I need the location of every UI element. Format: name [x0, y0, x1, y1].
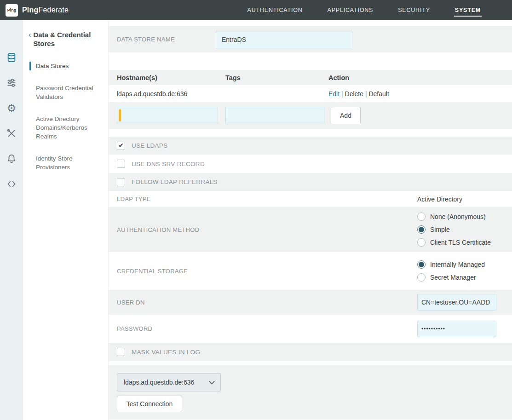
sidebar-item-password-credential-validators[interactable]: Password Credential Validators [29, 84, 108, 101]
use-dns-srv-label: USE DNS SRV RECORD [132, 161, 205, 167]
new-tags-input[interactable] [225, 107, 324, 124]
nav-applications[interactable]: APPLICATIONS [327, 4, 374, 17]
connection-select[interactable]: ldaps.ad.questdb.de:636 [117, 373, 221, 391]
ldap-type-row: LDAP TYPE Active Directory [109, 191, 512, 207]
use-ldaps-row: USE LDAPS [109, 137, 512, 155]
sidebar-item-ad-domains-kerberos[interactable]: Active Directory Domains/Kerberos Realms [29, 115, 108, 141]
credential-storage-label: CREDENTIAL STORAGE [117, 268, 417, 275]
action-separator: | [341, 90, 345, 98]
use-ldaps-checkbox[interactable] [117, 142, 125, 150]
auth-option-none[interactable]: None (Anonymous) [417, 213, 491, 221]
radio-internally-managed[interactable] [417, 260, 426, 269]
radio-secret-manager[interactable] [417, 273, 426, 282]
user-dn-label: USER DN [117, 299, 417, 306]
hostname-table-header: Hostname(s) Tags Action [109, 70, 512, 85]
use-ldaps-label: USE LDAPS [132, 142, 167, 149]
hostname-value: ldaps.ad.questdb.de:636 [117, 90, 225, 98]
authentication-method-label: AUTHENTICATION METHOD [117, 226, 417, 233]
radio-secret-manager-label: Secret Manager [430, 274, 476, 281]
connection-select-value: ldaps.ad.questdb.de:636 [124, 379, 210, 386]
follow-ldap-referrals-label: FOLLOW LDAP REFERRALS [132, 178, 218, 185]
icon-rail: ⚙ [0, 20, 23, 420]
col-action: Action [328, 74, 512, 81]
ldap-type-value: Active Directory [417, 196, 462, 203]
col-hostnames: Hostname(s) [117, 74, 225, 81]
main-content: DATA STORE NAME Hostname(s) Tags Action … [109, 20, 512, 420]
back-chevron-icon[interactable]: ‹ [29, 30, 31, 48]
top-navigation: AUTHENTICATION APPLICATIONS SECURITY SYS… [247, 4, 512, 17]
mask-values-label: MASK VALUES IN LOG [132, 349, 200, 356]
nav-system[interactable]: SYSTEM [454, 4, 482, 17]
topbar: Ping PingFederate AUTHENTICATION APPLICA… [0, 0, 512, 20]
cred-option-secret-manager[interactable]: Secret Manager [417, 273, 485, 282]
auth-option-client-tls[interactable]: Client TLS Certificate [417, 238, 491, 247]
radio-none-anonymous-label: None (Anonymous) [430, 213, 486, 220]
authentication-method-row: AUTHENTICATION METHOD None (Anonymous) S… [109, 207, 512, 252]
authentication-method-options: None (Anonymous) Simple Client TLS Certi… [417, 213, 491, 247]
database-icon[interactable] [6, 52, 17, 63]
edit-link[interactable]: Edit [328, 90, 339, 98]
password-label: PASSWORD [117, 325, 417, 332]
ldap-type-label: LDAP TYPE [117, 196, 417, 202]
add-hostname-row: Add [109, 102, 512, 129]
cred-option-internally-managed[interactable]: Internally Managed [417, 260, 485, 269]
sliders-icon[interactable] [6, 77, 17, 88]
radio-client-tls-label: Client TLS Certificate [430, 239, 491, 246]
radio-none-anonymous[interactable] [417, 213, 426, 221]
password-row: PASSWORD [109, 315, 512, 343]
sidebar-item-data-stores[interactable]: Data Stores [29, 62, 108, 70]
sidebar-item-identity-store-provisioners[interactable]: Identity Store Provisioners [29, 154, 108, 172]
radio-simple[interactable] [417, 225, 426, 234]
test-connection-button[interactable]: Test Connection [117, 396, 182, 412]
app-title: PingFederate [22, 6, 69, 14]
app-title-rest: Federate [38, 6, 69, 14]
sidebar-menu: Data Stores Password Credential Validato… [23, 62, 108, 172]
bell-icon[interactable] [6, 153, 17, 164]
gear-icon[interactable]: ⚙ [6, 103, 17, 114]
test-connection-section: ldaps.ad.questdb.de:636 Test Connection [109, 365, 512, 420]
code-icon[interactable] [6, 178, 17, 190]
radio-internally-managed-label: Internally Managed [430, 261, 485, 268]
data-store-name-row: DATA STORE NAME [109, 26, 512, 52]
delete-link[interactable]: Delete [345, 90, 363, 98]
sidebar: ‹ Data & Credential Stores Data Stores P… [23, 20, 109, 420]
radio-simple-label: Simple [430, 226, 450, 233]
password-input[interactable] [417, 321, 496, 337]
user-dn-input[interactable] [417, 294, 496, 311]
follow-ldap-referrals-row: FOLLOW LDAP REFERRALS [109, 173, 512, 191]
default-link[interactable]: Default [368, 90, 389, 98]
tools-icon[interactable] [6, 128, 17, 139]
credential-storage-options: Internally Managed Secret Manager [417, 260, 485, 282]
nav-security[interactable]: SECURITY [397, 4, 431, 17]
data-store-name-input[interactable] [216, 31, 352, 48]
mask-values-checkbox[interactable] [117, 348, 125, 356]
user-dn-row: USER DN [109, 290, 512, 315]
add-button[interactable]: Add [331, 107, 361, 124]
app-title-bold: Ping [22, 6, 38, 14]
auth-option-simple[interactable]: Simple [417, 225, 491, 234]
ping-logo-text: Ping [7, 8, 17, 12]
text-caret [119, 109, 121, 121]
chevron-down-icon [209, 379, 215, 385]
col-tags: Tags [225, 74, 328, 81]
use-dns-srv-row: USE DNS SRV RECORD [109, 155, 512, 173]
credential-storage-row: CREDENTIAL STORAGE Internally Managed Se… [109, 252, 512, 290]
sidebar-title: Data & Credential Stores [33, 30, 98, 48]
sidebar-header: ‹ Data & Credential Stores [23, 30, 108, 48]
ping-logo-icon: Ping [6, 4, 18, 17]
new-hostname-input[interactable] [117, 107, 218, 124]
use-dns-srv-checkbox[interactable] [117, 160, 125, 168]
data-store-name-label: DATA STORE NAME [117, 36, 216, 43]
table-row: ldaps.ad.questdb.de:636 Edit | Delete | … [109, 85, 512, 102]
follow-ldap-referrals-checkbox[interactable] [117, 178, 125, 186]
nav-authentication[interactable]: AUTHENTICATION [247, 4, 304, 17]
mask-values-row: MASK VALUES IN LOG [109, 343, 512, 361]
row-actions: Edit | Delete | Default [328, 90, 512, 98]
radio-client-tls[interactable] [417, 238, 426, 247]
